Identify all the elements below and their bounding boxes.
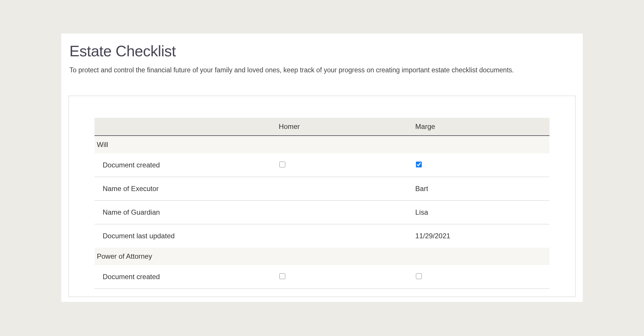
table-header-row: Homer Marge [94, 118, 550, 136]
table-body: Will Document created Name of Executor [94, 136, 550, 289]
table-row: Name of Guardian Lisa [94, 200, 550, 224]
page-background: Estate Checklist To protect and control … [0, 0, 644, 302]
row-label: Document created [94, 265, 279, 289]
cell-person2: 11/29/2021 [415, 224, 550, 248]
row-label: Name of Guardian [94, 200, 279, 224]
section-label: Power of Attorney [94, 248, 550, 265]
cell-person2: Lisa [415, 200, 550, 224]
estate-table: Homer Marge Will Document created [94, 118, 550, 289]
table-row: Document created [94, 265, 550, 289]
cell-person2: Bart [415, 177, 550, 200]
cell-person1 [279, 200, 415, 224]
section-row-poa: Power of Attorney [94, 248, 550, 265]
column-header-blank [94, 118, 279, 136]
value-text: Lisa [415, 208, 428, 216]
table-row: Name of Executor Bart [94, 177, 550, 200]
value-text: Bart [415, 185, 428, 192]
checkbox-will-docCreated-person2[interactable] [416, 162, 422, 167]
cell-person1 [279, 224, 415, 248]
table-row: Document last updated 11/29/2021 [94, 224, 550, 248]
page-subtitle: To protect and control the financial fut… [69, 65, 575, 75]
content-frame: Homer Marge Will Document created [69, 96, 575, 297]
checkbox-poa-docCreated-person1[interactable] [279, 273, 285, 279]
cell-person1 [279, 265, 415, 289]
cell-person2 [415, 265, 550, 289]
row-label: Document last updated [94, 224, 279, 248]
column-header-person2: Marge [415, 118, 550, 136]
table-row: Document created [94, 153, 550, 177]
header-area: Estate Checklist To protect and control … [61, 34, 583, 96]
page-title: Estate Checklist [69, 42, 575, 60]
cell-person1 [279, 177, 415, 200]
row-label: Document created [94, 153, 279, 177]
section-row-will: Will [94, 136, 550, 153]
cell-person1 [279, 153, 415, 177]
checkbox-will-docCreated-person1[interactable] [279, 162, 285, 167]
cell-person2 [415, 153, 550, 177]
checkbox-poa-docCreated-person2[interactable] [416, 273, 422, 279]
value-text: 11/29/2021 [415, 232, 450, 240]
main-card: Estate Checklist To protect and control … [61, 34, 583, 302]
column-header-person1: Homer [279, 118, 415, 136]
section-label: Will [94, 136, 550, 153]
row-label: Name of Executor [94, 177, 279, 200]
